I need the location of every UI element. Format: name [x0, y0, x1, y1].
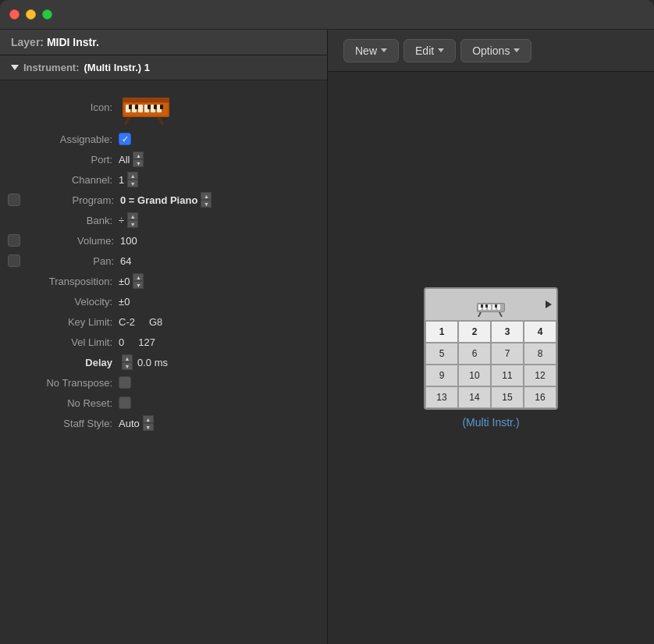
edit-button[interactable]: Edit	[403, 39, 456, 62]
grid-cell-12[interactable]: 12	[524, 365, 556, 386]
vel-limit-high[interactable]: 127	[138, 336, 155, 348]
instrument-header[interactable]: Instrument: (Multi Instr.) 1	[0, 55, 327, 80]
delay-down[interactable]: ▼	[122, 362, 133, 370]
instrument-value: (Multi Instr.) 1	[84, 62, 151, 73]
delay-stepper[interactable]: ▲ ▼	[122, 354, 133, 370]
transposition-field[interactable]: ±0 ▲ ▼	[119, 273, 144, 289]
program-down[interactable]: ▼	[201, 200, 211, 208]
velocity-label: Velocity:	[11, 296, 112, 308]
svg-rect-11	[135, 105, 138, 109]
prop-row-staff-style: Staff Style: Auto ▲ ▼	[0, 413, 327, 433]
title-bar	[0, 0, 654, 30]
staff-style-value: Auto	[119, 418, 140, 429]
prop-row-program: Program: 0 = Grand Piano ▲ ▼	[0, 190, 327, 210]
maximize-button[interactable]	[42, 9, 52, 20]
program-stepper[interactable]: ▲ ▼	[201, 192, 211, 208]
program-up[interactable]: ▲	[201, 192, 211, 200]
prop-row-volume: Volume: 100	[0, 230, 327, 251]
port-label: Port:	[11, 154, 112, 165]
close-button[interactable]	[9, 9, 20, 20]
staff-style-label: Staff Style:	[11, 418, 112, 429]
prop-row-assignable: Assignable: ✓	[0, 129, 327, 149]
instrument-icon[interactable]	[119, 87, 173, 126]
volume-side-checkbox[interactable]	[8, 234, 20, 247]
no-transpose-checkbox[interactable]	[119, 376, 131, 389]
channel-down[interactable]: ▼	[127, 180, 138, 187]
options-chevron-icon	[514, 48, 520, 52]
instrument-label: Instrument:	[23, 62, 80, 73]
grid-cell-6[interactable]: 6	[458, 343, 491, 365]
instrument-grid: 12345678910111213141516	[425, 320, 556, 408]
key-limit-high[interactable]: G8	[149, 316, 162, 328]
port-field[interactable]: All ▲ ▼	[119, 151, 144, 167]
bank-stepper[interactable]: ▲ ▼	[127, 212, 138, 228]
grid-cell-2[interactable]: 2	[458, 321, 491, 343]
options-button[interactable]: Options	[460, 39, 531, 62]
grid-cell-8[interactable]: 8	[524, 343, 556, 365]
grid-cell-1[interactable]: 1	[425, 321, 458, 343]
channel-label: Channel:	[11, 174, 112, 186]
grid-cell-14[interactable]: 14	[458, 386, 491, 408]
channel-field[interactable]: 1 ▲ ▼	[119, 172, 138, 187]
channel-up[interactable]: ▲	[127, 172, 138, 180]
vel-limit-low[interactable]: 0	[119, 336, 124, 348]
grid-cell-15[interactable]: 15	[491, 386, 524, 408]
staff-style-up[interactable]: ▲	[143, 415, 154, 423]
grid-cell-3[interactable]: 3	[491, 321, 524, 343]
program-side-checkbox[interactable]	[8, 194, 20, 206]
grid-cell-13[interactable]: 13	[425, 386, 458, 408]
port-up[interactable]: ▲	[133, 151, 144, 159]
assignable-checkbox[interactable]: ✓	[119, 133, 131, 145]
delay-up[interactable]: ▲	[122, 354, 133, 362]
transposition-value: ±0	[119, 276, 130, 287]
prop-row-vel-limit: Vel Limit: 0 127	[0, 332, 327, 352]
grid-cell-4[interactable]: 4	[524, 321, 556, 343]
instrument-name[interactable]: (Multi Instr.)	[462, 416, 519, 429]
port-value: All	[119, 154, 130, 165]
collapse-triangle-icon[interactable]	[11, 65, 19, 70]
transposition-label: Transposition:	[11, 276, 112, 287]
bank-up[interactable]: ▲	[127, 212, 138, 220]
new-button[interactable]: New	[343, 39, 399, 62]
port-stepper[interactable]: ▲ ▼	[133, 151, 144, 167]
key-limit-values: C-2 G8	[119, 316, 162, 328]
prop-row-pan: Pan: 64	[0, 251, 327, 271]
svg-rect-10	[129, 105, 132, 109]
grid-cell-9[interactable]: 9	[425, 365, 458, 386]
no-reset-checkbox[interactable]	[119, 397, 131, 409]
program-label: Program:	[23, 194, 114, 206]
delay-value: 0.0 ms	[137, 357, 168, 368]
staff-style-stepper[interactable]: ▲ ▼	[143, 415, 154, 431]
bank-field[interactable]: ÷ ▲ ▼	[119, 212, 138, 228]
left-panel: Layer: MIDI Instr. Instrument: (Multi In…	[0, 30, 328, 644]
vel-limit-values: 0 127	[119, 336, 155, 348]
prop-row-bank: Bank: ÷ ▲ ▼	[0, 210, 327, 230]
staff-style-field[interactable]: Auto ▲ ▼	[119, 415, 154, 431]
pan-side-checkbox[interactable]	[8, 254, 20, 267]
grid-cell-10[interactable]: 10	[458, 365, 491, 386]
prop-row-transposition: Transposition: ±0 ▲ ▼	[0, 271, 327, 291]
grid-cell-7[interactable]: 7	[491, 343, 524, 365]
instrument-grid-header	[425, 289, 556, 320]
grid-cell-16[interactable]: 16	[524, 386, 556, 408]
layer-header: Layer: MIDI Instr.	[0, 30, 327, 55]
port-down[interactable]: ▼	[133, 159, 144, 167]
bank-down[interactable]: ▼	[127, 220, 138, 228]
transposition-up[interactable]: ▲	[133, 273, 144, 281]
staff-style-down[interactable]: ▼	[143, 423, 154, 431]
grid-cell-11[interactable]: 11	[491, 365, 524, 386]
options-button-label: Options	[472, 44, 510, 57]
minimize-button[interactable]	[26, 9, 36, 20]
key-limit-low[interactable]: C-2	[119, 316, 135, 328]
delay-label: Delay	[11, 357, 112, 368]
prop-row-velocity: Velocity: ±0	[0, 291, 327, 311]
play-triangle-icon[interactable]	[546, 301, 552, 308]
no-reset-label: No Reset:	[11, 397, 112, 409]
transposition-stepper[interactable]: ▲ ▼	[133, 273, 144, 289]
transposition-down[interactable]: ▼	[133, 281, 144, 289]
grid-cell-5[interactable]: 5	[425, 343, 458, 365]
program-field[interactable]: 0 = Grand Piano ▲ ▼	[120, 192, 211, 208]
channel-stepper[interactable]: ▲ ▼	[127, 172, 138, 187]
new-button-label: New	[355, 44, 377, 57]
prop-row-key-limit: Key Limit: C-2 G8	[0, 311, 327, 332]
